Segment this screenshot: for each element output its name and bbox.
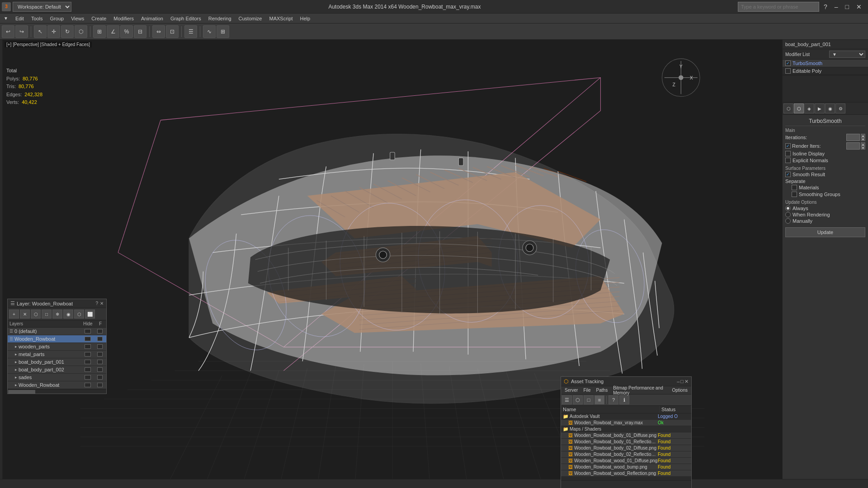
layer-row-hide[interactable] (80, 344, 95, 349)
asset-tool-4[interactable]: ≡ (594, 395, 604, 404)
schematic-btn[interactable]: ⊞ (217, 25, 229, 38)
align-btn[interactable]: ⊡ (166, 25, 179, 38)
layer-hide-btn[interactable]: ◉ (63, 310, 73, 319)
layer-row[interactable]: ▸ boat_body_part_002 (8, 366, 106, 374)
menu-graph-editors[interactable]: Graph Editors (167, 14, 205, 23)
asset-tool-2[interactable]: ⬡ (573, 395, 583, 404)
layer-row-freeze[interactable] (95, 344, 104, 349)
undo-btn[interactable]: ↩ (2, 25, 14, 38)
layer-row[interactable]: ▸ wooden_parts (8, 343, 106, 351)
menu-modifiers[interactable]: Modifiers (110, 14, 137, 23)
asset-row[interactable]: 🖼 Wooden_Rowboat_wood_Reflection.png Fou… (561, 470, 691, 477)
asset-row[interactable]: 📁 Autodesk Vault Logged O (561, 413, 691, 420)
layer-row-hide[interactable] (80, 329, 95, 333)
layer-new-btn[interactable]: + (9, 310, 19, 319)
asset-tool-info[interactable]: ℹ (619, 395, 629, 404)
render-iters-checkbox[interactable]: ✓ (785, 143, 791, 149)
layer-row[interactable]: ☰ Wooden_Rowboat (8, 335, 106, 343)
asset-row[interactable]: 🖼 Wooden_Rowboat_wood_bump.png Found (561, 464, 691, 470)
help-btn[interactable]: ? (821, 2, 830, 11)
layer-help-btn[interactable]: ? (95, 301, 98, 306)
iterations-spinner[interactable]: 0 ▲ ▼ (846, 134, 865, 141)
when-rendering-radio[interactable] (785, 212, 791, 217)
asset-row[interactable]: 🖼 Wooden_Rowboat_max_vray.max Ok (561, 420, 691, 426)
layer-select-obj-btn[interactable]: □ (42, 310, 52, 319)
viewport-area[interactable]: [+] [Perspective] [Shaded + Edged Faces]… (3, 40, 782, 488)
menu-edit[interactable]: Edit (12, 14, 28, 23)
editablepoly-checkbox[interactable] (785, 68, 791, 74)
menu-group[interactable]: Group (47, 14, 68, 23)
modifier-turbosmooth[interactable]: ✓ TurboSmooth (783, 60, 868, 67)
asset-menu-paths[interactable]: Paths (594, 387, 611, 393)
smoothing-groups-checkbox[interactable] (792, 192, 797, 197)
render-iters-down[interactable]: ▼ (861, 146, 865, 150)
asset-menu-bitmap[interactable]: Bitmap Performance and Memory (610, 385, 669, 396)
asset-minimize-btn[interactable]: – (677, 379, 679, 385)
mirror-btn[interactable]: ⇔ (152, 25, 165, 38)
object-name-field[interactable]: boat_body_part_001 (783, 40, 868, 49)
panel-tab-create[interactable]: ⬡ (783, 103, 793, 113)
menu-file[interactable]: ▼ (0, 14, 12, 23)
always-radio[interactable] (785, 206, 791, 211)
layer-close-btn[interactable]: ✕ (100, 301, 104, 306)
asset-row[interactable]: 🖼 Wooden_Rowboat_body_02_Reflection.png … (561, 451, 691, 458)
asset-row[interactable]: 🖼 Wooden_Rowboat_body_01_Reflection.png … (561, 439, 691, 445)
layer-scrollbar-thumb[interactable] (8, 390, 35, 394)
layer-row-hide[interactable] (80, 367, 95, 372)
asset-restore-btn[interactable]: □ (680, 379, 684, 385)
menu-maxscript[interactable]: MAXScript (265, 14, 296, 23)
asset-tool-1[interactable]: ☰ (562, 395, 572, 404)
asset-row[interactable]: 🖼 Wooden_Rowboat_wood_01_Diffuse.png Fou… (561, 458, 691, 464)
menu-animation[interactable]: Animation (137, 14, 167, 23)
close-btn[interactable]: ✕ (854, 2, 864, 11)
asset-close-btn[interactable]: ✕ (684, 379, 689, 385)
layer-row[interactable]: ▸ Wooden_Rowboat (8, 381, 106, 389)
panel-tab-display[interactable]: ◉ (825, 103, 835, 113)
asset-menu-server[interactable]: Server (562, 387, 580, 393)
smooth-result-checkbox[interactable]: ✓ (785, 172, 791, 177)
menu-tools[interactable]: Tools (28, 14, 47, 23)
layer-row-hide[interactable] (80, 360, 95, 364)
panel-tab-modify[interactable]: ⬡ (794, 103, 804, 113)
iterations-up[interactable]: ▲ (861, 134, 865, 137)
iterations-down[interactable]: ▼ (861, 137, 865, 141)
minimize-btn[interactable]: – (832, 2, 841, 11)
layer-row-freeze[interactable] (95, 375, 104, 380)
layer-row-hide[interactable] (80, 375, 95, 380)
modifier-editablepoly[interactable]: Editable Poly (783, 67, 868, 75)
layer-row-hide[interactable] (80, 337, 95, 341)
layer-row[interactable]: ▸ boat_body_part_001 (8, 358, 106, 366)
manually-radio[interactable] (785, 218, 791, 224)
explicit-normals-checkbox[interactable] (785, 158, 791, 163)
scale-btn[interactable]: ⬡ (75, 25, 87, 38)
maximize-btn[interactable]: □ (843, 2, 852, 11)
menu-views[interactable]: Views (67, 14, 88, 23)
asset-tool-help[interactable]: ? (609, 395, 618, 404)
percent-snap-btn[interactable]: % (120, 25, 133, 38)
layer-delete-btn[interactable]: ✕ (20, 310, 30, 319)
panel-tab-hierarchy[interactable]: ◈ (804, 103, 814, 113)
layer-manager-btn[interactable]: ☰ (184, 25, 197, 38)
asset-scrollbar[interactable] (561, 477, 691, 480)
asset-tool-3[interactable]: □ (584, 395, 594, 404)
layer-add-sel-btn[interactable]: ⬡ (31, 310, 41, 319)
layer-row[interactable]: ▸ sades (8, 374, 106, 381)
asset-row[interactable]: 🖼 Wooden_Rowboat_body_02_Diffuse.png Fou… (561, 445, 691, 451)
layer-row-freeze[interactable] (95, 367, 104, 372)
layer-render-btn[interactable]: ⬡ (74, 310, 84, 319)
turbosmooth-checkbox[interactable]: ✓ (785, 61, 791, 66)
menu-customize[interactable]: Customize (235, 14, 266, 23)
isoline-checkbox[interactable] (785, 151, 791, 156)
menu-create[interactable]: Create (88, 14, 110, 23)
layer-row-hide[interactable] (80, 383, 95, 387)
asset-row[interactable]: 📁 Maps / Shaders (561, 426, 691, 432)
panel-tab-utilities[interactable]: ⚙ (835, 103, 845, 113)
snap-btn[interactable]: ⊞ (93, 25, 106, 38)
asset-menu-file[interactable]: File (580, 387, 593, 393)
layer-row-freeze[interactable] (95, 360, 104, 364)
layer-freeze-btn[interactable]: ❄ (52, 310, 62, 319)
layer-row[interactable]: ▸ metal_parts (8, 351, 106, 358)
layer-row-hide[interactable] (80, 352, 95, 357)
layer-scrollbar[interactable] (8, 389, 106, 394)
materials-checkbox[interactable] (792, 185, 797, 190)
